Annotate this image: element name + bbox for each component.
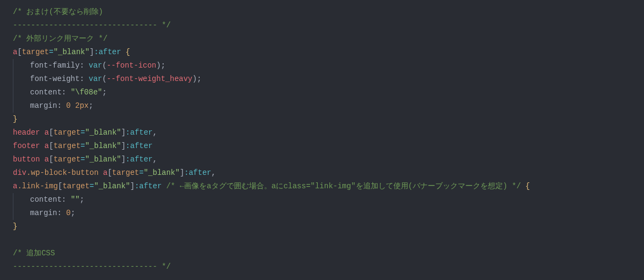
token-bracket: [ xyxy=(49,128,53,137)
token-bracket: [ xyxy=(49,155,53,164)
token-prop: font-weight xyxy=(30,75,79,83)
token-brace: { xyxy=(126,48,130,56)
token-tag: a xyxy=(45,128,49,137)
code-comment: /* おまけ(不要なら削除) xyxy=(13,8,103,16)
token-bracket: ; xyxy=(102,88,106,97)
token-bracket: [ xyxy=(107,168,112,177)
token-bracket: ] xyxy=(90,48,94,56)
code-comment: -------------------------------- */ xyxy=(13,262,171,271)
token-bracket: [ xyxy=(49,142,53,150)
token-op: = xyxy=(90,182,94,190)
token-string: "_blank" xyxy=(94,182,130,190)
token-bracket: ; xyxy=(71,209,75,217)
token-num: 0 xyxy=(66,101,70,110)
token-bracket: ; xyxy=(197,75,201,83)
token-tag: header xyxy=(13,128,40,137)
token-brace: { xyxy=(525,182,530,190)
token-string: "" xyxy=(71,195,80,204)
token-pseudo: :after xyxy=(94,48,121,56)
token-bracket: : xyxy=(62,195,71,204)
token-bracket: ; xyxy=(79,195,84,204)
token-bracket: [ xyxy=(17,48,21,56)
token-prop: margin xyxy=(30,209,57,217)
token-bracket: ] xyxy=(121,155,126,164)
token-prop: margin xyxy=(30,101,57,110)
token-attr: target xyxy=(54,142,80,150)
token-op: = xyxy=(49,48,53,56)
token-bracket: : xyxy=(62,88,71,97)
token-tag: footer xyxy=(13,142,40,150)
token-func: var xyxy=(89,75,102,83)
token-bracket: ; xyxy=(161,61,165,70)
token-bracket: ] xyxy=(121,128,126,137)
token-bracket: ) xyxy=(193,75,197,83)
token-string: "_blank" xyxy=(144,168,180,177)
token-bracket: : xyxy=(57,101,66,110)
token-bracket: ] xyxy=(130,182,134,190)
token-prop: content xyxy=(30,88,62,97)
token-tag: a xyxy=(45,142,49,150)
code-comment: /* 追加CSS xyxy=(13,249,55,257)
token-string: "\f08e" xyxy=(71,88,103,97)
code-comment: /* 外部リンク用マーク */ xyxy=(13,34,107,43)
token-tag: div xyxy=(13,168,26,177)
token-op: = xyxy=(139,168,143,177)
token-attr: target xyxy=(62,182,89,190)
token-pseudo: :after xyxy=(184,168,211,177)
token-attr: target xyxy=(112,168,139,177)
token-bracket: : xyxy=(79,61,89,70)
token-attr: target xyxy=(54,128,80,137)
token-pseudo: :after xyxy=(135,182,162,190)
token-bracket: , xyxy=(153,128,157,137)
token-attr: target xyxy=(54,155,80,164)
token-bracket: ; xyxy=(89,101,93,110)
token-tag: button xyxy=(13,155,40,164)
token-var: --font-weight_heavy xyxy=(107,75,193,83)
token-num: 2px xyxy=(75,101,89,110)
token-prop: content xyxy=(30,195,62,204)
token-func: var xyxy=(89,61,102,70)
token-prop: font-family xyxy=(30,61,79,70)
token-num: 0 xyxy=(66,209,70,217)
token-bracket: ) xyxy=(156,61,160,70)
token-bracket: ( xyxy=(102,61,106,70)
token-bracket: ( xyxy=(102,75,106,83)
token-comment: /* ←画像をaタグで囲む場合。aにclass="link-img"を追加して使… xyxy=(166,182,521,190)
token-attr: target xyxy=(22,48,49,56)
token-bracket: , xyxy=(153,155,157,164)
token-bracket: ] xyxy=(121,142,126,150)
token-var: --font-icon xyxy=(107,61,156,70)
token-string: "_blank" xyxy=(85,155,121,164)
token-bracket: : xyxy=(57,209,66,217)
token-class: .wp-block-button xyxy=(26,168,98,177)
token-class: .link-img xyxy=(17,182,58,190)
code-editor-content[interactable]: /* おまけ(不要なら削除) -------------------------… xyxy=(0,0,644,279)
token-bracket: : xyxy=(79,75,89,83)
code-comment: -------------------------------- */ xyxy=(13,21,171,30)
token-brace: } xyxy=(13,115,17,123)
token-pseudo: :after xyxy=(126,128,152,137)
token-pseudo: :after xyxy=(126,155,152,164)
token-string: "_blank" xyxy=(85,128,121,137)
token-string: "_blank" xyxy=(85,142,121,150)
token-pseudo: :after xyxy=(126,142,152,150)
token-brace: } xyxy=(13,222,17,231)
token-string: "_blank" xyxy=(54,48,90,56)
token-tag: a xyxy=(45,155,49,164)
token-bracket: , xyxy=(211,168,216,177)
